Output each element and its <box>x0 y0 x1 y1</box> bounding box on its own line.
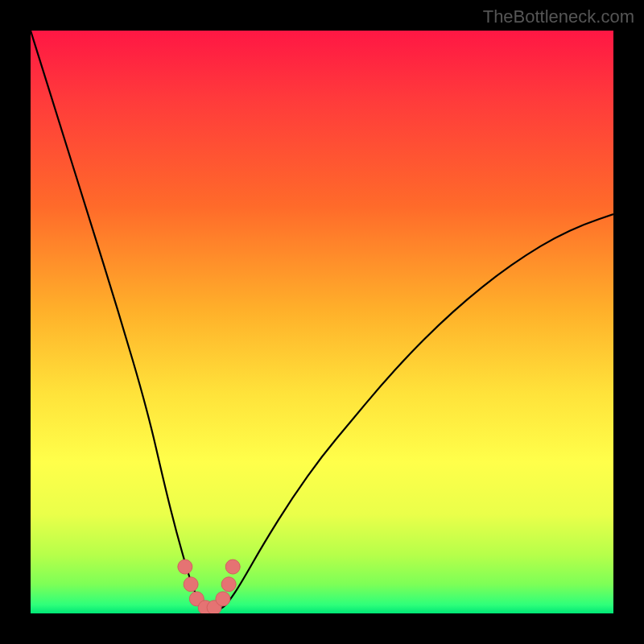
marker-point <box>184 577 198 592</box>
marker-point <box>178 559 192 574</box>
gradient-background <box>31 31 613 613</box>
watermark-text: TheBottleneck.com <box>483 6 634 27</box>
marker-point <box>225 559 240 574</box>
marker-point <box>216 592 230 606</box>
marker-point <box>221 577 236 592</box>
chart-frame: TheBottleneck.com <box>0 0 644 644</box>
plot-area <box>31 31 613 613</box>
bottleneck-chart <box>31 31 613 613</box>
